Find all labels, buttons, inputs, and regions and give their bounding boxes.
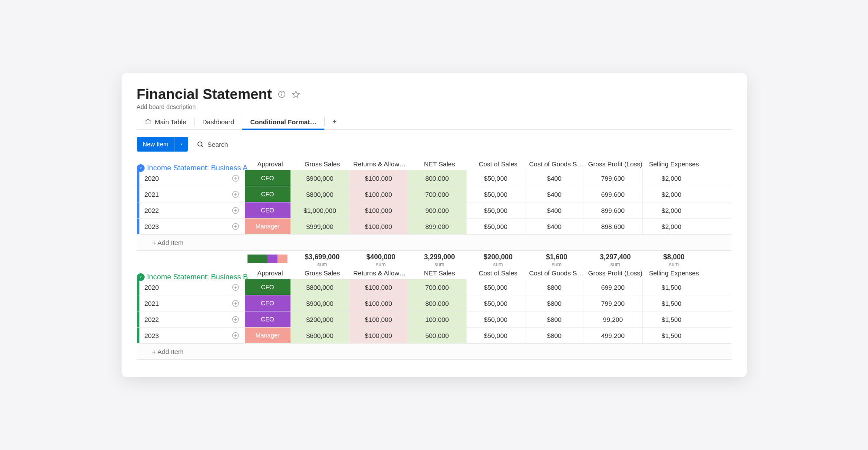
approval-cell[interactable]: CEO: [245, 311, 290, 327]
column-header[interactable]: Approval: [248, 160, 293, 168]
new-item-dropdown[interactable]: [175, 137, 188, 152]
tab-main-table[interactable]: Main Table: [137, 114, 194, 129]
cost-of-sales-cell[interactable]: $50,000: [466, 170, 525, 186]
expand-icon[interactable]: [231, 331, 240, 340]
column-header[interactable]: Gross Sales: [293, 269, 352, 277]
net-sales-cell[interactable]: 700,000: [408, 279, 466, 295]
selling-exp-cell[interactable]: $2,000: [642, 218, 701, 234]
column-header[interactable]: Cost of Goods Sold: [528, 269, 586, 277]
gross-sales-cell[interactable]: $800,000: [290, 186, 349, 202]
approval-cell[interactable]: CFO: [245, 186, 290, 202]
gross-profit-cell[interactable]: 898,600: [584, 218, 642, 234]
returns-cell[interactable]: $100,000: [349, 328, 408, 343]
returns-cell[interactable]: $100,000: [349, 202, 408, 218]
gross-sales-cell[interactable]: $900,000: [290, 170, 349, 186]
table-row[interactable]: 2022 CEO $1,000,000 $100,000 900,000 $50…: [137, 202, 732, 218]
column-header[interactable]: Selling Expenses: [645, 160, 703, 168]
column-header[interactable]: Returns & Allowan…: [352, 160, 410, 168]
cost-of-sales-cell[interactable]: $50,000: [466, 328, 525, 343]
selling-exp-cell[interactable]: $1,500: [642, 311, 701, 327]
column-header[interactable]: Cost of Goods Sold: [528, 160, 586, 168]
gross-sales-cell[interactable]: $900,000: [290, 295, 349, 311]
table-row[interactable]: 2023 Manager $999,000 $100,000 899,000 $…: [137, 218, 732, 235]
expand-icon[interactable]: [231, 283, 240, 291]
column-header[interactable]: Returns & Allowan…: [352, 269, 410, 277]
column-header[interactable]: Selling Expenses: [645, 269, 703, 277]
tab-conditional-format[interactable]: Conditional Format…: [242, 114, 324, 129]
item-name-cell[interactable]: 2020: [139, 170, 245, 186]
column-header[interactable]: Cost of Sales: [469, 160, 528, 168]
gross-sales-cell[interactable]: $1,000,000: [290, 202, 349, 218]
returns-cell[interactable]: $100,000: [349, 186, 408, 202]
gross-sales-cell[interactable]: $800,000: [290, 279, 349, 295]
expand-icon[interactable]: [231, 222, 240, 231]
returns-cell[interactable]: $100,000: [349, 295, 408, 311]
table-row[interactable]: 2022 CEO $200,000 $100,000 100,000 $50,0…: [137, 311, 732, 328]
item-name-cell[interactable]: 2021: [139, 186, 245, 202]
item-name-cell[interactable]: 2022: [139, 202, 245, 218]
gross-sales-cell[interactable]: $200,000: [290, 311, 349, 327]
selling-exp-cell[interactable]: $1,500: [642, 328, 701, 343]
approval-cell[interactable]: CFO: [245, 279, 290, 295]
selling-exp-cell[interactable]: $1,500: [642, 295, 701, 311]
gross-profit-cell[interactable]: 799,600: [584, 170, 642, 186]
column-header[interactable]: Cost of Sales: [469, 269, 528, 277]
cost-of-sales-cell[interactable]: $50,000: [466, 202, 525, 218]
net-sales-cell[interactable]: 100,000: [408, 311, 466, 327]
cogs-cell[interactable]: $400: [525, 202, 584, 218]
returns-cell[interactable]: $100,000: [349, 279, 408, 295]
item-name-cell[interactable]: 2023: [139, 218, 245, 234]
table-row[interactable]: 2021 CFO $800,000 $100,000 700,000 $50,0…: [137, 186, 732, 202]
add-item-row[interactable]: + Add Item: [137, 344, 732, 360]
gross-profit-cell[interactable]: 99,200: [584, 311, 642, 327]
item-name-cell[interactable]: 2022: [139, 311, 245, 327]
table-row[interactable]: 2021 CEO $900,000 $100,000 800,000 $50,0…: [137, 295, 732, 311]
search-button[interactable]: Search: [197, 141, 228, 148]
info-icon[interactable]: [278, 90, 286, 98]
column-header[interactable]: NET Sales: [410, 269, 469, 277]
expand-icon[interactable]: [231, 206, 240, 215]
cost-of-sales-cell[interactable]: $50,000: [466, 218, 525, 234]
item-name-cell[interactable]: 2020: [139, 279, 245, 295]
gross-profit-cell[interactable]: 699,200: [584, 279, 642, 295]
cogs-cell[interactable]: $400: [525, 186, 584, 202]
add-tab-button[interactable]: +: [325, 114, 344, 129]
cogs-cell[interactable]: $400: [525, 170, 584, 186]
net-sales-cell[interactable]: 800,000: [408, 295, 466, 311]
approval-cell[interactable]: CFO: [245, 170, 290, 186]
column-header[interactable]: Gross Sales: [293, 160, 352, 168]
tab-dashboard[interactable]: Dashboard: [195, 114, 242, 129]
selling-exp-cell[interactable]: $2,000: [642, 202, 701, 218]
cogs-cell[interactable]: $800: [525, 311, 584, 327]
new-item-button[interactable]: New Item: [137, 137, 175, 152]
selling-exp-cell[interactable]: $2,000: [642, 186, 701, 202]
net-sales-cell[interactable]: 900,000: [408, 202, 466, 218]
returns-cell[interactable]: $100,000: [349, 218, 408, 234]
item-name-cell[interactable]: 2023: [139, 328, 245, 343]
gross-profit-cell[interactable]: 899,600: [584, 202, 642, 218]
gross-sales-cell[interactable]: $999,000: [290, 218, 349, 234]
table-row[interactable]: 2020 CFO $800,000 $100,000 700,000 $50,0…: [137, 279, 732, 295]
column-header[interactable]: Approval: [248, 269, 293, 277]
gross-sales-cell[interactable]: $600,000: [290, 328, 349, 343]
approval-cell[interactable]: Manager: [245, 218, 290, 234]
approval-cell[interactable]: CEO: [245, 295, 290, 311]
cost-of-sales-cell[interactable]: $50,000: [466, 311, 525, 327]
cost-of-sales-cell[interactable]: $50,000: [466, 279, 525, 295]
column-header[interactable]: NET Sales: [410, 160, 469, 168]
item-name-cell[interactable]: 2021: [139, 295, 245, 311]
expand-icon[interactable]: [231, 299, 240, 308]
expand-icon[interactable]: [231, 315, 240, 324]
net-sales-cell[interactable]: 800,000: [408, 170, 466, 186]
returns-cell[interactable]: $100,000: [349, 170, 408, 186]
table-row[interactable]: 2023 Manager $600,000 $100,000 500,000 $…: [137, 328, 732, 344]
net-sales-cell[interactable]: 500,000: [408, 328, 466, 343]
column-header[interactable]: Gross Profit (Loss): [586, 160, 645, 168]
approval-cell[interactable]: CEO: [245, 202, 290, 218]
cogs-cell[interactable]: $800: [525, 279, 584, 295]
board-description[interactable]: Add board description: [137, 103, 732, 110]
net-sales-cell[interactable]: 899,000: [408, 218, 466, 234]
cost-of-sales-cell[interactable]: $50,000: [466, 295, 525, 311]
cogs-cell[interactable]: $400: [525, 218, 584, 234]
add-item-row[interactable]: + Add Item: [137, 235, 732, 251]
